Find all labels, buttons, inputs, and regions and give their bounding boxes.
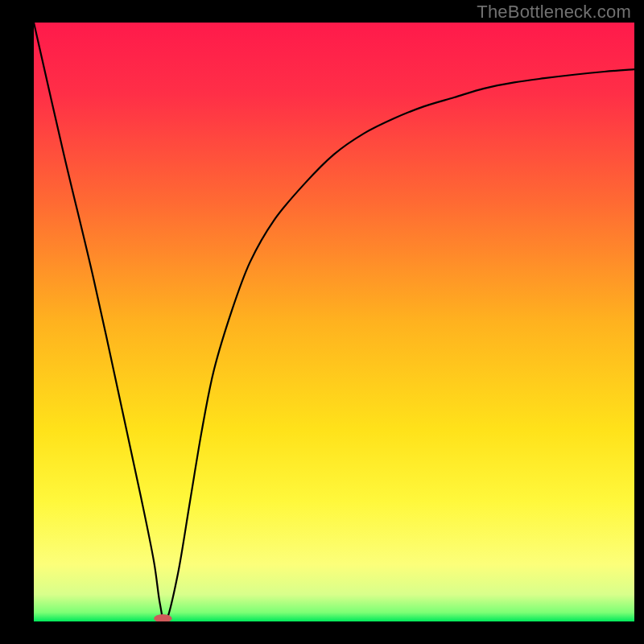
gradient-background: [34, 23, 634, 621]
plot-area: [34, 23, 634, 621]
watermark-text: TheBottleneck.com: [477, 2, 631, 23]
chart-frame: TheBottleneck.com: [0, 0, 644, 644]
chart-svg: [34, 23, 634, 621]
